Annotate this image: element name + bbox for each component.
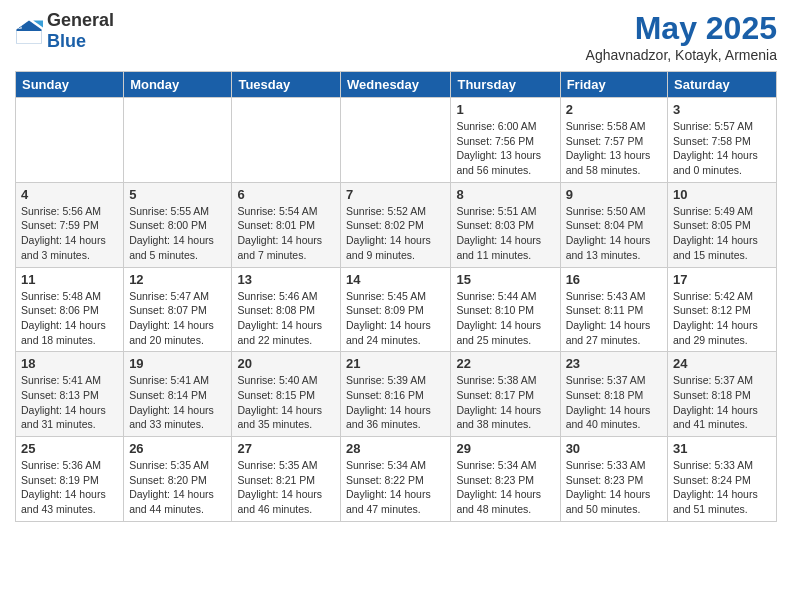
- calendar-cell: 4Sunrise: 5:56 AM Sunset: 7:59 PM Daylig…: [16, 182, 124, 267]
- day-number: 17: [673, 272, 771, 287]
- day-number: 18: [21, 356, 118, 371]
- calendar-header-friday: Friday: [560, 72, 667, 98]
- day-number: 7: [346, 187, 445, 202]
- calendar-cell: 10Sunrise: 5:49 AM Sunset: 8:05 PM Dayli…: [668, 182, 777, 267]
- day-number: 12: [129, 272, 226, 287]
- main-title: May 2025: [586, 10, 777, 47]
- day-number: 23: [566, 356, 662, 371]
- calendar-cell: 12Sunrise: 5:47 AM Sunset: 8:07 PM Dayli…: [124, 267, 232, 352]
- day-info: Sunrise: 5:57 AM Sunset: 7:58 PM Dayligh…: [673, 119, 771, 178]
- day-number: 24: [673, 356, 771, 371]
- calendar-cell: 20Sunrise: 5:40 AM Sunset: 8:15 PM Dayli…: [232, 352, 341, 437]
- day-number: 27: [237, 441, 335, 456]
- day-number: 6: [237, 187, 335, 202]
- day-info: Sunrise: 5:35 AM Sunset: 8:20 PM Dayligh…: [129, 458, 226, 517]
- calendar-cell: 1Sunrise: 6:00 AM Sunset: 7:56 PM Daylig…: [451, 98, 560, 183]
- calendar-header-saturday: Saturday: [668, 72, 777, 98]
- day-number: 11: [21, 272, 118, 287]
- day-number: 10: [673, 187, 771, 202]
- day-number: 2: [566, 102, 662, 117]
- day-number: 16: [566, 272, 662, 287]
- logo-blue-text: Blue: [47, 31, 114, 52]
- day-number: 25: [21, 441, 118, 456]
- calendar-cell: [341, 98, 451, 183]
- calendar-cell: 13Sunrise: 5:46 AM Sunset: 8:08 PM Dayli…: [232, 267, 341, 352]
- calendar-cell: [16, 98, 124, 183]
- day-info: Sunrise: 5:38 AM Sunset: 8:17 PM Dayligh…: [456, 373, 554, 432]
- calendar-cell: 17Sunrise: 5:42 AM Sunset: 8:12 PM Dayli…: [668, 267, 777, 352]
- day-number: 13: [237, 272, 335, 287]
- calendar-cell: 8Sunrise: 5:51 AM Sunset: 8:03 PM Daylig…: [451, 182, 560, 267]
- day-info: Sunrise: 5:44 AM Sunset: 8:10 PM Dayligh…: [456, 289, 554, 348]
- calendar-cell: [232, 98, 341, 183]
- day-info: Sunrise: 5:56 AM Sunset: 7:59 PM Dayligh…: [21, 204, 118, 263]
- calendar-week-3: 11Sunrise: 5:48 AM Sunset: 8:06 PM Dayli…: [16, 267, 777, 352]
- calendar-cell: 21Sunrise: 5:39 AM Sunset: 8:16 PM Dayli…: [341, 352, 451, 437]
- day-info: Sunrise: 5:37 AM Sunset: 8:18 PM Dayligh…: [673, 373, 771, 432]
- calendar-cell: [124, 98, 232, 183]
- calendar-cell: 2Sunrise: 5:58 AM Sunset: 7:57 PM Daylig…: [560, 98, 667, 183]
- calendar-week-2: 4Sunrise: 5:56 AM Sunset: 7:59 PM Daylig…: [16, 182, 777, 267]
- calendar-cell: 16Sunrise: 5:43 AM Sunset: 8:11 PM Dayli…: [560, 267, 667, 352]
- calendar-cell: 24Sunrise: 5:37 AM Sunset: 8:18 PM Dayli…: [668, 352, 777, 437]
- calendar-cell: 30Sunrise: 5:33 AM Sunset: 8:23 PM Dayli…: [560, 437, 667, 522]
- day-info: Sunrise: 5:49 AM Sunset: 8:05 PM Dayligh…: [673, 204, 771, 263]
- day-info: Sunrise: 5:46 AM Sunset: 8:08 PM Dayligh…: [237, 289, 335, 348]
- day-info: Sunrise: 5:54 AM Sunset: 8:01 PM Dayligh…: [237, 204, 335, 263]
- day-info: Sunrise: 5:48 AM Sunset: 8:06 PM Dayligh…: [21, 289, 118, 348]
- day-info: Sunrise: 5:33 AM Sunset: 8:24 PM Dayligh…: [673, 458, 771, 517]
- calendar-header-sunday: Sunday: [16, 72, 124, 98]
- calendar-cell: 5Sunrise: 5:55 AM Sunset: 8:00 PM Daylig…: [124, 182, 232, 267]
- day-info: Sunrise: 5:47 AM Sunset: 8:07 PM Dayligh…: [129, 289, 226, 348]
- day-number: 21: [346, 356, 445, 371]
- day-number: 29: [456, 441, 554, 456]
- svg-rect-3: [16, 31, 41, 44]
- calendar-cell: 27Sunrise: 5:35 AM Sunset: 8:21 PM Dayli…: [232, 437, 341, 522]
- calendar-cell: 19Sunrise: 5:41 AM Sunset: 8:14 PM Dayli…: [124, 352, 232, 437]
- calendar-header-monday: Monday: [124, 72, 232, 98]
- day-info: Sunrise: 5:42 AM Sunset: 8:12 PM Dayligh…: [673, 289, 771, 348]
- day-number: 31: [673, 441, 771, 456]
- calendar-week-5: 25Sunrise: 5:36 AM Sunset: 8:19 PM Dayli…: [16, 437, 777, 522]
- day-info: Sunrise: 5:35 AM Sunset: 8:21 PM Dayligh…: [237, 458, 335, 517]
- day-number: 26: [129, 441, 226, 456]
- day-info: Sunrise: 5:39 AM Sunset: 8:16 PM Dayligh…: [346, 373, 445, 432]
- calendar-header-wednesday: Wednesday: [341, 72, 451, 98]
- calendar-cell: 22Sunrise: 5:38 AM Sunset: 8:17 PM Dayli…: [451, 352, 560, 437]
- day-info: Sunrise: 5:36 AM Sunset: 8:19 PM Dayligh…: [21, 458, 118, 517]
- day-number: 9: [566, 187, 662, 202]
- day-info: Sunrise: 5:34 AM Sunset: 8:22 PM Dayligh…: [346, 458, 445, 517]
- calendar-cell: 11Sunrise: 5:48 AM Sunset: 8:06 PM Dayli…: [16, 267, 124, 352]
- title-section: May 2025 Aghavnadzor, Kotayk, Armenia: [586, 10, 777, 63]
- calendar-cell: 26Sunrise: 5:35 AM Sunset: 8:20 PM Dayli…: [124, 437, 232, 522]
- calendar-cell: 18Sunrise: 5:41 AM Sunset: 8:13 PM Dayli…: [16, 352, 124, 437]
- logo-general-text: General: [47, 10, 114, 31]
- day-number: 5: [129, 187, 226, 202]
- calendar-week-4: 18Sunrise: 5:41 AM Sunset: 8:13 PM Dayli…: [16, 352, 777, 437]
- day-info: Sunrise: 5:33 AM Sunset: 8:23 PM Dayligh…: [566, 458, 662, 517]
- calendar-cell: 3Sunrise: 5:57 AM Sunset: 7:58 PM Daylig…: [668, 98, 777, 183]
- day-number: 30: [566, 441, 662, 456]
- calendar-cell: 9Sunrise: 5:50 AM Sunset: 8:04 PM Daylig…: [560, 182, 667, 267]
- header: G General Blue May 2025 Aghavnadzor, Kot…: [15, 10, 777, 63]
- day-info: Sunrise: 5:41 AM Sunset: 8:14 PM Dayligh…: [129, 373, 226, 432]
- calendar-cell: 25Sunrise: 5:36 AM Sunset: 8:19 PM Dayli…: [16, 437, 124, 522]
- logo: G General Blue: [15, 10, 114, 52]
- day-number: 19: [129, 356, 226, 371]
- day-info: Sunrise: 5:41 AM Sunset: 8:13 PM Dayligh…: [21, 373, 118, 432]
- calendar-cell: 31Sunrise: 5:33 AM Sunset: 8:24 PM Dayli…: [668, 437, 777, 522]
- calendar-header-thursday: Thursday: [451, 72, 560, 98]
- page: G General Blue May 2025 Aghavnadzor, Kot…: [0, 0, 792, 532]
- day-info: Sunrise: 5:51 AM Sunset: 8:03 PM Dayligh…: [456, 204, 554, 263]
- calendar-cell: 14Sunrise: 5:45 AM Sunset: 8:09 PM Dayli…: [341, 267, 451, 352]
- calendar-cell: 7Sunrise: 5:52 AM Sunset: 8:02 PM Daylig…: [341, 182, 451, 267]
- day-info: Sunrise: 5:37 AM Sunset: 8:18 PM Dayligh…: [566, 373, 662, 432]
- subtitle: Aghavnadzor, Kotayk, Armenia: [586, 47, 777, 63]
- day-number: 14: [346, 272, 445, 287]
- day-number: 20: [237, 356, 335, 371]
- calendar-table: SundayMondayTuesdayWednesdayThursdayFrid…: [15, 71, 777, 522]
- day-info: Sunrise: 5:43 AM Sunset: 8:11 PM Dayligh…: [566, 289, 662, 348]
- calendar-cell: 28Sunrise: 5:34 AM Sunset: 8:22 PM Dayli…: [341, 437, 451, 522]
- day-info: Sunrise: 5:58 AM Sunset: 7:57 PM Dayligh…: [566, 119, 662, 178]
- calendar-header-row: SundayMondayTuesdayWednesdayThursdayFrid…: [16, 72, 777, 98]
